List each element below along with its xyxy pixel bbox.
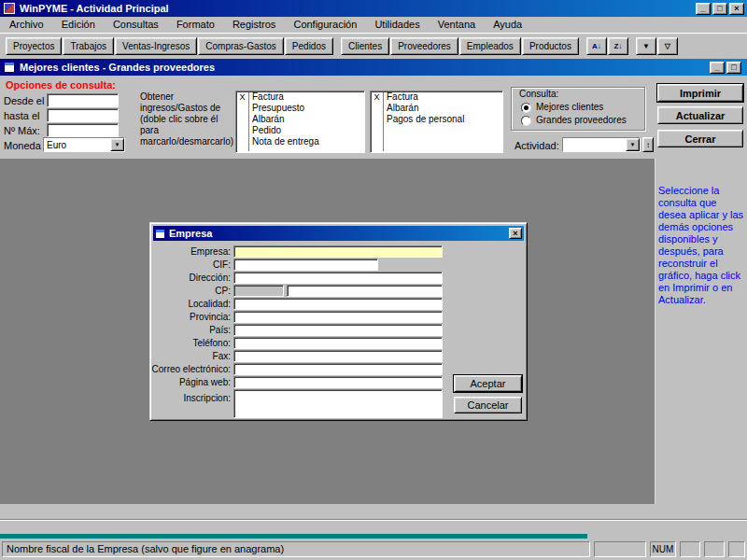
- ingresos-item-albaran[interactable]: Albarán: [236, 114, 364, 125]
- toolbar-pedidos-button[interactable]: Pedidos: [285, 37, 333, 55]
- correo-input[interactable]: [233, 363, 443, 375]
- cif-input[interactable]: [233, 259, 378, 271]
- actividad-spinner[interactable]: ↕: [642, 137, 654, 152]
- toolbar-trabajos-button[interactable]: Trabajos: [63, 37, 114, 55]
- hasta-input[interactable]: [47, 108, 119, 122]
- toolbar-separator: [629, 37, 636, 55]
- fax-input[interactable]: [233, 350, 443, 362]
- toolbar-button-label: Proveedores: [398, 41, 451, 51]
- radio-grandes-proveedores[interactable]: [521, 116, 531, 126]
- empresa-field-label: Empresa:: [150, 245, 231, 258]
- toolbar-productos-button[interactable]: Productos: [522, 37, 579, 55]
- toolbar-button-label: Ventas-Ingresos: [122, 41, 190, 51]
- moneda-combo[interactable]: Euro ▼: [43, 137, 125, 152]
- dialog-close-button[interactable]: ×: [509, 228, 522, 239]
- desde-input[interactable]: [47, 93, 119, 107]
- item-label: Factura: [383, 91, 418, 103]
- toolbar-empleados-button[interactable]: Empleados: [459, 37, 521, 55]
- cif-field-label: CIF:: [150, 259, 231, 271]
- close-icon: ×: [734, 4, 739, 13]
- query-options-heading: Opciones de consulta:: [6, 79, 116, 91]
- maximize-button[interactable]: □: [712, 3, 727, 15]
- num-max-input[interactable]: [47, 123, 119, 137]
- ingresos-item-nota-entrega[interactable]: Nota de entrega: [236, 136, 364, 147]
- sort-ascending-button[interactable]: A↓: [586, 37, 607, 55]
- toolbar-button-label: Proyectos: [13, 41, 54, 51]
- dialog-title: Empresa: [169, 228, 212, 239]
- cancelar-button[interactable]: Cancelar: [454, 397, 522, 413]
- toolbar-proyectos-button[interactable]: Proyectos: [6, 37, 62, 55]
- ingresos-item-presupuesto[interactable]: Presupuesto: [236, 103, 364, 114]
- toolbar-clientes-button[interactable]: Clientes: [341, 37, 389, 55]
- radio-mejores-clientes-label[interactable]: Mejores clientes: [536, 102, 603, 113]
- gastos-listbox[interactable]: X Factura Albarán Pagos de personal: [370, 91, 503, 153]
- menu-configuracion[interactable]: Configuración: [286, 17, 364, 33]
- pais-input[interactable]: [233, 324, 443, 336]
- menu-edicion[interactable]: Edición: [54, 17, 103, 33]
- ingresos-item-factura[interactable]: X Factura: [236, 91, 364, 103]
- item-label: Presupuesto: [248, 103, 304, 114]
- sort-descending-button[interactable]: Z↓: [608, 37, 628, 55]
- child-window-title-bar[interactable]: Mejores clientes - Grandes proveedores _…: [0, 59, 747, 76]
- menu-utilidades[interactable]: Utilidades: [367, 17, 427, 33]
- menu-consultas[interactable]: Consultas: [106, 17, 166, 33]
- close-button[interactable]: ×: [729, 3, 744, 15]
- gastos-item-factura[interactable]: X Factura: [371, 91, 502, 103]
- toolbar-proveedores-button[interactable]: Proveedores: [390, 37, 458, 55]
- minimize-button[interactable]: _: [696, 3, 711, 15]
- aceptar-button[interactable]: Aceptar: [454, 375, 522, 392]
- item-mark: [371, 103, 383, 114]
- dialog-title-bar[interactable]: Empresa ×: [153, 226, 524, 241]
- telefono-field-label: Teléfono:: [150, 337, 231, 349]
- menu-formato[interactable]: Formato: [169, 17, 222, 33]
- cp-input[interactable]: [233, 285, 284, 297]
- help-text: Seleccione la consulta que desea aplicar…: [658, 185, 745, 306]
- actividad-dropdown-button[interactable]: ▼: [626, 138, 640, 151]
- cancelar-label: Cancelar: [467, 399, 508, 411]
- child-minimize-button[interactable]: _: [710, 62, 725, 74]
- web-input[interactable]: [233, 376, 443, 388]
- help-panel: Seleccione la consulta que desea aplicar…: [655, 159, 747, 504]
- direccion-input[interactable]: [233, 272, 443, 284]
- ingresos-listbox[interactable]: X Factura Presupuesto Albarán Pedido Not…: [235, 91, 365, 153]
- cp-extra-input[interactable]: [287, 285, 443, 297]
- bottom-strip: [0, 504, 747, 535]
- status-num-indicator: NUM: [650, 541, 676, 557]
- child-maximize-button[interactable]: □: [726, 62, 741, 74]
- gastos-item-albaran[interactable]: Albarán: [371, 103, 502, 114]
- listbox-divider: [248, 92, 249, 151]
- direccion-field-label: Dirección:: [150, 272, 231, 284]
- correo-field-label: Correo electrónico:: [150, 363, 231, 375]
- cerrar-button[interactable]: Cerrar: [657, 130, 743, 147]
- ingresos-item-pedido[interactable]: Pedido: [236, 125, 364, 136]
- localidad-input[interactable]: [233, 298, 443, 310]
- status-panel-empty: [680, 541, 700, 557]
- gastos-item-pagos-personal[interactable]: Pagos de personal: [371, 114, 502, 125]
- menu-archivo[interactable]: Archivo: [2, 17, 51, 33]
- radio-grandes-proveedores-label[interactable]: Grandes proveedores: [536, 115, 627, 126]
- filter-button[interactable]: ▼: [636, 37, 656, 55]
- telefono-input[interactable]: [233, 337, 443, 349]
- moneda-label: Moneda: [4, 140, 41, 151]
- inscripcion-textarea[interactable]: [233, 389, 443, 418]
- item-label: Pedido: [248, 125, 281, 136]
- provincia-input[interactable]: [233, 311, 443, 323]
- menu-ayuda[interactable]: Ayuda: [486, 17, 529, 33]
- menu-registros[interactable]: Registros: [225, 17, 283, 33]
- radio-mejores-clientes[interactable]: [521, 103, 531, 113]
- toolbar-ventas-ingresos-button[interactable]: Ventas-Ingresos: [115, 37, 197, 55]
- child-maximize-icon: □: [731, 63, 736, 72]
- item-mark: [236, 136, 248, 147]
- actividad-combo[interactable]: ▼: [562, 137, 641, 152]
- empresa-input[interactable]: [233, 245, 443, 258]
- remove-filter-button[interactable]: ▽: [657, 37, 678, 55]
- item-label: Albarán: [383, 103, 418, 114]
- toolbar-button-label: Compras-Gastos: [205, 41, 276, 51]
- actualizar-button[interactable]: Actualizar: [657, 106, 743, 124]
- item-mark: X: [371, 91, 383, 103]
- spinner-icon: ↕: [646, 141, 650, 149]
- moneda-dropdown-button[interactable]: ▼: [110, 138, 124, 151]
- menu-ventana[interactable]: Ventana: [430, 17, 483, 33]
- imprimir-button[interactable]: Imprimir: [657, 84, 743, 102]
- toolbar-compras-gastos-button[interactable]: Compras-Gastos: [198, 37, 284, 55]
